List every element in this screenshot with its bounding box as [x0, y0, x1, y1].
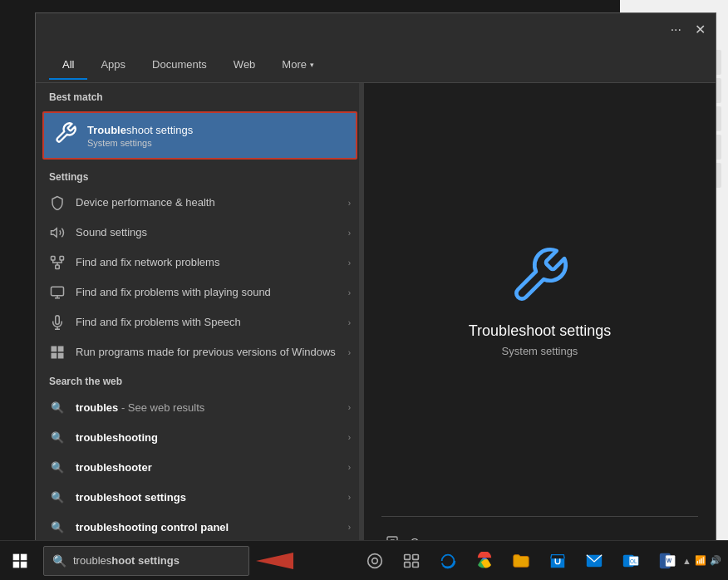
- svg-rect-22: [405, 554, 411, 559]
- taskbar-icon-taskview[interactable]: [396, 546, 426, 576]
- chevron-right-icon-5: ›: [348, 318, 351, 327]
- wrench-icon: [54, 121, 77, 150]
- title-highlight: Trouble: [87, 124, 126, 136]
- right-panel-top: Troubleshoot settings System settings: [364, 83, 716, 516]
- svg-rect-10: [52, 347, 57, 352]
- shield-icon: [49, 194, 66, 211]
- svg-marker-0: [52, 229, 57, 238]
- svg-point-20: [368, 553, 382, 568]
- search-icon-2: 🔍: [49, 429, 66, 445]
- menu-item-sound-fix-text: Find and fix problems with playing sound: [76, 286, 338, 300]
- chevron-right-icon-6: ›: [348, 348, 351, 357]
- menu-item-compat[interactable]: Run programs made for previous versions …: [36, 337, 364, 367]
- tab-bar: All Apps Documents Web More ▾: [36, 47, 716, 83]
- svg-rect-1: [52, 257, 56, 261]
- svg-rect-12: [52, 353, 57, 359]
- mic-icon: [49, 314, 66, 331]
- taskbar-right: ▲ 📶 🔊: [682, 555, 728, 566]
- search-item-1[interactable]: 🔍 troubles - See web results ›: [36, 392, 364, 422]
- chevron-right-icon-4: ›: [348, 288, 351, 297]
- search-window: ··· ✕ All Apps Documents Web More ▾ Best…: [35, 12, 716, 568]
- tab-web[interactable]: Web: [220, 50, 269, 79]
- menu-item-sound-fix[interactable]: Find and fix problems with playing sound…: [36, 278, 364, 307]
- search-item-3[interactable]: 🔍 troubleshooter ›: [36, 452, 364, 482]
- best-match-item[interactable]: Troubleshoot settings System settings: [42, 111, 357, 160]
- tab-more[interactable]: More ▾: [268, 50, 327, 79]
- svg-rect-16: [13, 553, 20, 560]
- search-item-4[interactable]: 🔍 troubleshoot settings ›: [36, 482, 364, 512]
- title-bar: ··· ✕: [36, 13, 716, 47]
- chevron-right-web-5: ›: [348, 523, 351, 532]
- svg-rect-18: [13, 561, 20, 568]
- menu-item-device-performance[interactable]: Device performance & health ›: [36, 188, 364, 218]
- search-icon-1: 🔍: [49, 399, 66, 415]
- chevron-right-web-4: ›: [348, 493, 351, 502]
- start-button[interactable]: [0, 541, 40, 581]
- main-content: Best match Troubleshoot settings System …: [36, 83, 716, 567]
- taskbar-icon-outlook[interactable]: OL: [616, 546, 646, 576]
- app-title-large: Troubleshoot settings: [469, 322, 611, 340]
- menu-item-speech[interactable]: Find and fix problems with Speech ›: [36, 307, 364, 337]
- best-match-label: Best match: [36, 83, 364, 108]
- search-text-normal: troubles: [73, 554, 111, 567]
- menu-item-sound[interactable]: Sound settings ›: [36, 218, 364, 248]
- left-panel: Best match Troubleshoot settings System …: [36, 83, 364, 567]
- taskbar-search-box[interactable]: 🔍 troubleshoot settings: [43, 546, 249, 576]
- best-match-subtitle: System settings: [87, 138, 193, 148]
- search-item-text-3: troubleshooter: [76, 461, 338, 474]
- search-item-5[interactable]: 🔍 troubleshooting control panel ›: [36, 512, 364, 542]
- sound-fix-icon: [49, 284, 66, 301]
- search-item-text-4: troubleshoot settings: [76, 491, 338, 504]
- settings-label: Settings: [36, 163, 364, 188]
- svg-text:OL: OL: [630, 558, 637, 563]
- tab-all[interactable]: All: [49, 50, 87, 79]
- svg-rect-19: [21, 561, 27, 568]
- taskbar-search-icon: 🔍: [52, 554, 66, 568]
- svg-point-21: [372, 558, 378, 563]
- red-arrow-container: [256, 553, 293, 569]
- search-web-label: Search the web: [36, 367, 364, 392]
- svg-rect-25: [413, 562, 419, 567]
- svg-rect-24: [405, 562, 411, 567]
- chevron-right-web-3: ›: [348, 463, 351, 472]
- search-text-bold: hoot settings: [111, 554, 180, 567]
- best-match-text: Troubleshoot settings System settings: [87, 124, 193, 148]
- taskbar-icon-chrome[interactable]: [470, 546, 499, 576]
- chevron-down-icon: ▾: [310, 61, 314, 69]
- svg-text:W: W: [667, 557, 672, 563]
- search-item-text-5: troubleshooting control panel: [76, 521, 338, 533]
- menu-item-network[interactable]: Find and fix network problems ›: [36, 248, 364, 278]
- svg-rect-13: [58, 353, 64, 359]
- windows-icon: [49, 344, 66, 361]
- svg-rect-3: [56, 265, 60, 269]
- menu-item-compat-text: Run programs made for previous versions …: [76, 346, 338, 360]
- svg-rect-11: [58, 347, 64, 352]
- svg-rect-17: [21, 553, 27, 560]
- search-icon-5: 🔍: [49, 519, 66, 535]
- taskbar-icon-file-explorer[interactable]: [506, 546, 536, 576]
- more-options-button[interactable]: ···: [671, 23, 681, 37]
- taskbar-icon-cortana[interactable]: [360, 546, 390, 576]
- close-button[interactable]: ✕: [695, 23, 706, 37]
- taskbar-icon-word[interactable]: W: [652, 546, 682, 576]
- tab-apps[interactable]: Apps: [87, 50, 139, 79]
- taskbar-icon-store[interactable]: [543, 546, 573, 576]
- menu-item-speech-text: Find and fix problems with Speech: [76, 316, 338, 330]
- search-item-text-1: troubles - See web results: [76, 401, 338, 414]
- taskbar-time: ▲: [682, 556, 691, 566]
- taskbar-icons: OL W: [360, 546, 682, 576]
- search-icon-3: 🔍: [49, 459, 66, 475]
- chevron-right-icon-3: ›: [348, 258, 351, 268]
- app-subtitle-large: System settings: [502, 345, 578, 357]
- taskbar-icon-edge[interactable]: [433, 546, 463, 576]
- red-arrow-icon: [256, 553, 293, 569]
- chevron-right-web-2: ›: [348, 433, 351, 442]
- chevron-right-icon-2: ›: [348, 229, 351, 238]
- svg-rect-2: [60, 257, 64, 261]
- taskbar-icon-mail[interactable]: [579, 546, 609, 576]
- search-icon-4: 🔍: [49, 489, 66, 505]
- tab-documents[interactable]: Documents: [139, 50, 220, 79]
- taskbar-search-text: troubleshoot settings: [73, 554, 240, 567]
- search-item-2[interactable]: 🔍 troubleshooting ›: [36, 422, 364, 452]
- chevron-right-icon: ›: [348, 199, 351, 208]
